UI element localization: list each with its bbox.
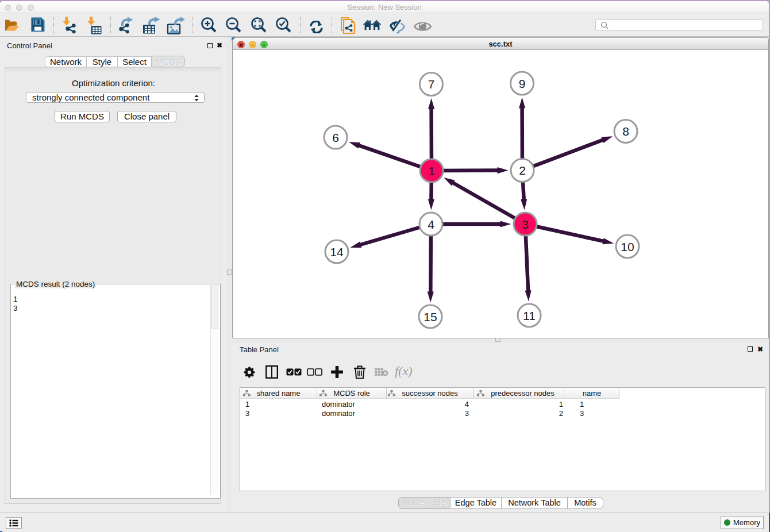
svg-text:1: 1 [428, 164, 435, 178]
svg-text:8: 8 [622, 125, 629, 138]
svg-text:3: 3 [522, 218, 529, 231]
svg-text:11: 11 [523, 309, 536, 322]
svg-text:14: 14 [330, 245, 344, 259]
svg-text:7: 7 [428, 78, 435, 91]
svg-text:2: 2 [519, 164, 526, 177]
svg-text:9: 9 [519, 77, 526, 90]
svg-text:15: 15 [424, 310, 437, 323]
svg-text:10: 10 [621, 240, 634, 253]
svg-text:4: 4 [428, 218, 434, 231]
svg-text:6: 6 [332, 131, 339, 144]
